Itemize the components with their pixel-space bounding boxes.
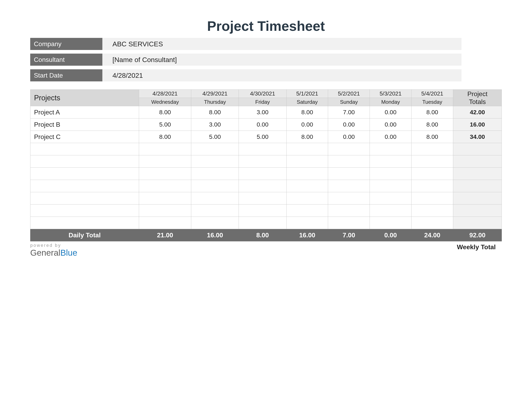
hours-cell[interactable]: 8.00	[286, 131, 328, 143]
hours-cell[interactable]: 7.00	[328, 106, 370, 119]
hours-cell[interactable]	[411, 143, 453, 155]
project-name-cell[interactable]	[30, 217, 139, 229]
hours-cell[interactable]	[191, 155, 239, 168]
project-name-cell[interactable]	[30, 180, 139, 192]
hours-cell[interactable]: 0.00	[370, 119, 411, 131]
row-total-cell	[453, 205, 502, 217]
hours-cell[interactable]	[239, 192, 286, 205]
hours-cell[interactable]	[139, 180, 191, 192]
table-row	[30, 168, 502, 180]
hours-cell[interactable]	[370, 168, 411, 180]
daily-total-cell: 0.00	[370, 229, 411, 241]
hours-cell[interactable]	[286, 143, 328, 155]
header-projects: Projects	[30, 90, 139, 106]
hours-cell[interactable]	[286, 217, 328, 229]
hours-cell[interactable]	[191, 217, 239, 229]
hours-cell[interactable]	[328, 143, 370, 155]
hours-cell[interactable]: 8.00	[286, 106, 328, 119]
hours-cell[interactable]	[239, 180, 286, 192]
header-date: 5/4/2021	[411, 90, 453, 98]
hours-cell[interactable]	[328, 168, 370, 180]
table-row	[30, 192, 502, 205]
project-name-cell[interactable]	[30, 205, 139, 217]
hours-cell[interactable]	[328, 205, 370, 217]
hours-cell[interactable]	[328, 217, 370, 229]
table-row	[30, 155, 502, 168]
header-day: Sunday	[328, 98, 370, 106]
hours-cell[interactable]: 0.00	[328, 131, 370, 143]
hours-cell[interactable]	[191, 205, 239, 217]
daily-total-cell: 16.00	[191, 229, 239, 241]
company-value[interactable]: ABC SERVICES	[102, 38, 461, 50]
hours-cell[interactable]: 0.00	[370, 106, 411, 119]
hours-cell[interactable]	[411, 205, 453, 217]
daily-total-cell: 7.00	[328, 229, 370, 241]
hours-cell[interactable]	[370, 143, 411, 155]
start-date-row: Start Date 4/28/2021	[30, 69, 502, 81]
hours-cell[interactable]	[239, 205, 286, 217]
hours-cell[interactable]	[191, 143, 239, 155]
project-name-cell[interactable]	[30, 143, 139, 155]
hours-cell[interactable]: 8.00	[411, 119, 453, 131]
hours-cell[interactable]	[370, 205, 411, 217]
project-name-cell[interactable]: Project C	[30, 131, 139, 143]
hours-cell[interactable]	[411, 192, 453, 205]
hours-cell[interactable]	[239, 217, 286, 229]
hours-cell[interactable]	[411, 217, 453, 229]
hours-cell[interactable]: 0.00	[286, 119, 328, 131]
hours-cell[interactable]	[328, 155, 370, 168]
hours-cell[interactable]	[191, 168, 239, 180]
hours-cell[interactable]	[370, 180, 411, 192]
hours-cell[interactable]	[139, 205, 191, 217]
hours-cell[interactable]	[191, 180, 239, 192]
hours-cell[interactable]	[139, 192, 191, 205]
hours-cell[interactable]: 8.00	[139, 131, 191, 143]
hours-cell[interactable]: 3.00	[239, 106, 286, 119]
hours-cell[interactable]	[239, 143, 286, 155]
hours-cell[interactable]	[139, 217, 191, 229]
hours-cell[interactable]: 8.00	[191, 106, 239, 119]
table-row	[30, 180, 502, 192]
hours-cell[interactable]	[239, 168, 286, 180]
hours-cell[interactable]: 5.00	[191, 131, 239, 143]
project-name-cell[interactable]	[30, 168, 139, 180]
hours-cell[interactable]	[370, 192, 411, 205]
hours-cell[interactable]	[239, 155, 286, 168]
hours-cell[interactable]	[286, 168, 328, 180]
start-date-value[interactable]: 4/28/2021	[102, 69, 461, 81]
row-total-cell	[453, 143, 502, 155]
header-day: Thursday	[191, 98, 239, 106]
hours-cell[interactable]	[191, 192, 239, 205]
hours-cell[interactable]: 8.00	[139, 106, 191, 119]
row-total-cell	[453, 155, 502, 168]
hours-cell[interactable]	[286, 205, 328, 217]
hours-cell[interactable]: 3.00	[191, 119, 239, 131]
hours-cell[interactable]	[328, 192, 370, 205]
hours-cell[interactable]: 0.00	[328, 119, 370, 131]
hours-cell[interactable]	[139, 143, 191, 155]
project-name-cell[interactable]: Project A	[30, 106, 139, 119]
hours-cell[interactable]	[139, 155, 191, 168]
grand-total-cell: 92.00	[453, 229, 502, 241]
project-name-cell[interactable]: Project B	[30, 119, 139, 131]
hours-cell[interactable]	[286, 180, 328, 192]
hours-cell[interactable]	[411, 168, 453, 180]
project-name-cell[interactable]	[30, 155, 139, 168]
hours-cell[interactable]: 5.00	[139, 119, 191, 131]
hours-cell[interactable]: 0.00	[239, 119, 286, 131]
hours-cell[interactable]	[286, 155, 328, 168]
hours-cell[interactable]: 5.00	[239, 131, 286, 143]
hours-cell[interactable]	[370, 155, 411, 168]
hours-cell[interactable]	[139, 168, 191, 180]
hours-cell[interactable]	[411, 155, 453, 168]
hours-cell[interactable]	[411, 180, 453, 192]
hours-cell[interactable]	[286, 192, 328, 205]
consultant-value[interactable]: [Name of Consultant]	[102, 54, 461, 66]
hours-cell[interactable]	[370, 217, 411, 229]
project-name-cell[interactable]	[30, 192, 139, 205]
hours-cell[interactable]: 8.00	[411, 106, 453, 119]
hours-cell[interactable]: 8.00	[411, 131, 453, 143]
hours-cell[interactable]	[328, 180, 370, 192]
hours-cell[interactable]: 0.00	[370, 131, 411, 143]
header-day: Friday	[239, 98, 286, 106]
